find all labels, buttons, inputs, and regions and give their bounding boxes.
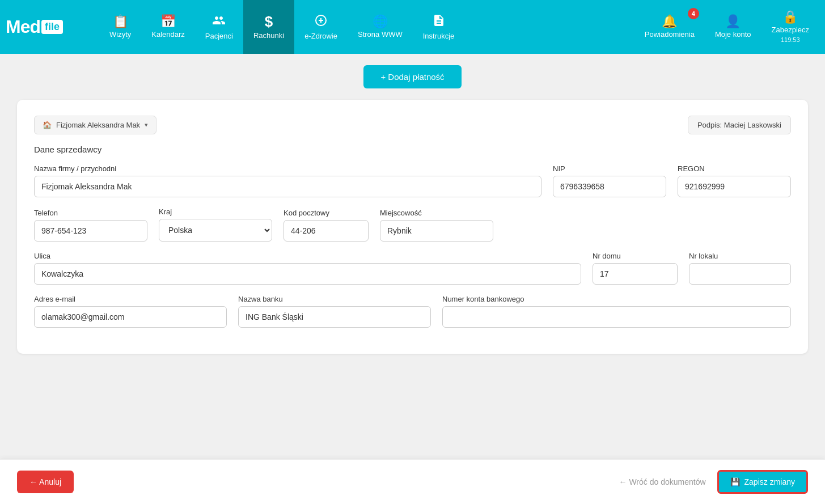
input-ulica[interactable] bbox=[34, 263, 581, 285]
nav-kalendarz[interactable]: 📅 Kalendarz bbox=[141, 0, 195, 54]
rachunki-label: Rachunki bbox=[253, 31, 284, 40]
group-nr-lokalu: Nr lokalu bbox=[689, 252, 791, 285]
chevron-down-icon: ▾ bbox=[145, 121, 148, 129]
input-nr-domu[interactable] bbox=[593, 263, 678, 285]
nav-right: 🔔 4 Powiadomienia 👤 Moje konto 🔒 Zabezpi… bbox=[634, 0, 819, 54]
label-email: Adres e-mail bbox=[34, 295, 227, 303]
label-telefon: Telefon bbox=[34, 209, 147, 217]
group-kraj: Kraj Polska bbox=[159, 207, 272, 242]
notification-badge: 4 bbox=[688, 8, 699, 19]
group-telefon: Telefon bbox=[34, 209, 147, 242]
label-ulica: Ulica bbox=[34, 252, 581, 260]
cancel-button[interactable]: ← Anuluj bbox=[17, 471, 74, 493]
group-kod-pocztowy: Kod pocztowy bbox=[284, 209, 369, 242]
instrukcje-icon bbox=[432, 14, 446, 29]
back-to-documents-link[interactable]: ← Wróć do dokumentów bbox=[619, 477, 706, 486]
home-icon: 🏠 bbox=[43, 121, 52, 129]
logo-med: Med bbox=[6, 16, 40, 37]
group-miejscowosc: Miejscowość bbox=[380, 209, 493, 242]
label-nazwa-firmy: Nazwa firmy / przychodni bbox=[34, 164, 541, 173]
section-title: Dane sprzedawcy bbox=[34, 145, 791, 154]
save-button[interactable]: 💾 Zapisz zmiany bbox=[717, 470, 808, 494]
input-telefon[interactable] bbox=[34, 220, 147, 242]
input-nr-lokalu[interactable] bbox=[689, 263, 791, 285]
cancel-label: ← Anuluj bbox=[29, 477, 61, 486]
rachunki-icon: $ bbox=[265, 14, 273, 29]
instrukcje-label: Instrukcje bbox=[423, 32, 455, 40]
kalendarz-icon: 📅 bbox=[160, 15, 176, 28]
nav-rachunki[interactable]: $ Rachunki bbox=[243, 0, 294, 54]
group-bank: Nazwa banku bbox=[238, 295, 431, 328]
strona-www-label: Strona WWW bbox=[358, 30, 403, 39]
add-payment-button[interactable]: + Dodaj płatność bbox=[363, 65, 461, 88]
seller-card: 🏠 Fizjomak Aleksandra Mak ▾ Podpis: Maci… bbox=[17, 100, 808, 354]
label-nr-domu: Nr domu bbox=[593, 252, 678, 260]
nav-powiadomienia[interactable]: 🔔 4 Powiadomienia bbox=[634, 0, 705, 54]
add-payment-label: + Dodaj płatność bbox=[380, 72, 444, 82]
group-email: Adres e-mail bbox=[34, 295, 227, 328]
save-icon: 💾 bbox=[730, 477, 740, 486]
pacjenci-icon bbox=[212, 14, 226, 29]
group-konto: Numer konta bankowego bbox=[442, 295, 791, 328]
nav-zabezpiecz[interactable]: 🔒 Zabezpiecz 119:53 bbox=[761, 0, 819, 54]
e-zdrowie-label: e-Zdrowie bbox=[304, 32, 337, 40]
group-ulica: Ulica bbox=[34, 252, 581, 285]
back-label: ← Wróć do dokumentów bbox=[619, 477, 706, 486]
label-bank: Nazwa banku bbox=[238, 295, 431, 303]
clinic-name: Fizjomak Aleksandra Mak bbox=[56, 121, 140, 129]
nav-moje-konto[interactable]: 👤 Moje konto bbox=[705, 0, 761, 54]
label-kraj: Kraj bbox=[159, 207, 272, 216]
wizyty-label: Wizyty bbox=[109, 30, 131, 39]
podpis-text: Podpis: Maciej Laskowski bbox=[697, 121, 781, 129]
label-konto: Numer konta bankowego bbox=[442, 295, 791, 303]
nav-instrukcje[interactable]: Instrukcje bbox=[413, 0, 465, 54]
input-nip[interactable] bbox=[553, 176, 666, 197]
nav-items: 📋 Wizyty 📅 Kalendarz Pacjenci $ Rachunki… bbox=[99, 0, 634, 54]
form-row-1: Nazwa firmy / przychodni NIP REGON bbox=[34, 164, 791, 197]
pacjenci-label: Pacjenci bbox=[205, 32, 233, 40]
account-icon: 👤 bbox=[725, 15, 741, 28]
group-nr-domu: Nr domu bbox=[593, 252, 678, 285]
bell-icon: 🔔 bbox=[662, 15, 677, 28]
group-nazwa-firmy: Nazwa firmy / przychodni bbox=[34, 164, 541, 197]
label-kod-pocztowy: Kod pocztowy bbox=[284, 209, 369, 217]
zabezpiecz-label: Zabezpiecz bbox=[772, 26, 809, 34]
podpis-box: Podpis: Maciej Laskowski bbox=[688, 116, 791, 134]
label-miejscowosc: Miejscowość bbox=[380, 209, 493, 217]
action-right: ← Wróć do dokumentów 💾 Zapisz zmiany bbox=[619, 470, 809, 494]
save-label: Zapisz zmiany bbox=[744, 477, 795, 486]
nav-e-zdrowie[interactable]: e-Zdrowie bbox=[294, 0, 348, 54]
action-bar: ← Anuluj ← Wróć do dokumentów 💾 Zapisz z… bbox=[0, 459, 825, 504]
card-header: 🏠 Fizjomak Aleksandra Mak ▾ Podpis: Maci… bbox=[34, 116, 791, 134]
page-content: + Dodaj płatność 🏠 Fizjomak Aleksandra M… bbox=[0, 54, 825, 416]
session-time: 119:53 bbox=[781, 36, 800, 43]
input-email[interactable] bbox=[34, 306, 227, 328]
wizyty-icon: 📋 bbox=[113, 15, 128, 28]
strona-www-icon: 🌐 bbox=[373, 15, 388, 28]
kalendarz-label: Kalendarz bbox=[151, 30, 185, 39]
navbar: Med file 📋 Wizyty 📅 Kalendarz Pacjenci $… bbox=[0, 0, 825, 54]
input-konto[interactable] bbox=[442, 306, 791, 328]
clinic-selector[interactable]: 🏠 Fizjomak Aleksandra Mak ▾ bbox=[34, 116, 156, 134]
lock-icon: 🔒 bbox=[782, 11, 798, 23]
input-miejscowosc[interactable] bbox=[380, 220, 493, 242]
group-regon: REGON bbox=[678, 164, 791, 197]
input-nazwa-firmy[interactable] bbox=[34, 176, 541, 197]
e-zdrowie-icon bbox=[314, 14, 328, 29]
nav-pacjenci[interactable]: Pacjenci bbox=[195, 0, 243, 54]
add-payment-row: + Dodaj płatność bbox=[17, 65, 808, 88]
nav-strona-www[interactable]: 🌐 Strona WWW bbox=[348, 0, 413, 54]
form-row-4: Adres e-mail Nazwa banku Numer konta ban… bbox=[34, 295, 791, 328]
form-row-3: Ulica Nr domu Nr lokalu bbox=[34, 252, 791, 285]
moje-konto-label: Moje konto bbox=[715, 30, 751, 39]
logo-file: file bbox=[41, 20, 63, 34]
input-regon[interactable] bbox=[678, 176, 791, 197]
logo[interactable]: Med file bbox=[6, 16, 94, 37]
nav-wizyty[interactable]: 📋 Wizyty bbox=[99, 0, 141, 54]
label-nr-lokalu: Nr lokalu bbox=[689, 252, 791, 260]
input-kod-pocztowy[interactable] bbox=[284, 220, 369, 242]
select-kraj[interactable]: Polska bbox=[159, 219, 272, 242]
label-regon: REGON bbox=[678, 164, 791, 173]
powiadomienia-label: Powiadomienia bbox=[645, 30, 695, 39]
input-bank[interactable] bbox=[238, 306, 431, 328]
